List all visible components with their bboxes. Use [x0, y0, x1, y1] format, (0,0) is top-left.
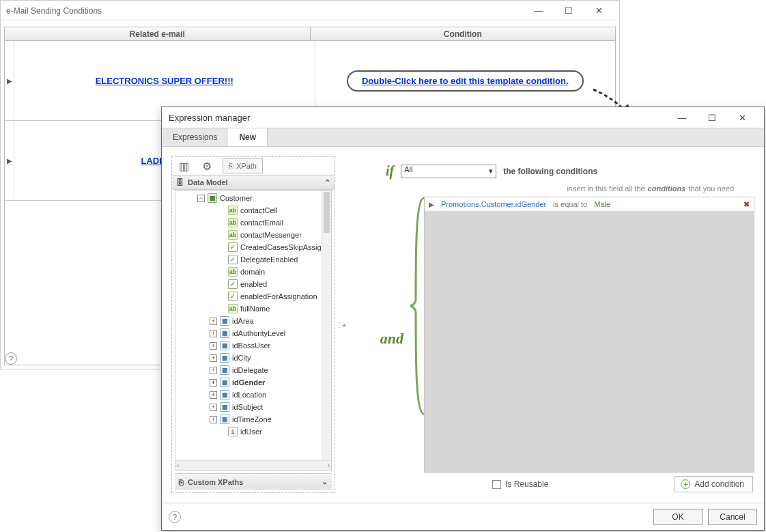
add-condition-button[interactable]: +Add condition [675, 476, 753, 492]
is-reusable-checkbox[interactable]: Is Reusable [492, 479, 548, 489]
tree-node[interactable]: abcontactEmail [175, 216, 331, 229]
ok-button[interactable]: OK [653, 509, 703, 525]
tree-node-label: idUser [240, 428, 262, 436]
custom-xpaths-header[interactable]: ⎘ Custom XPaths ⌄ [175, 473, 332, 490]
condition-operator[interactable]: is equal to [553, 200, 587, 208]
tree-node[interactable]: ✓enabled [175, 278, 331, 290]
expression-manager-window: Expression manager — ☐ ✕ Expressions New… [161, 107, 765, 531]
tree-scrollbar-vertical[interactable] [322, 191, 331, 460]
tree-node[interactable]: ✓enabledForAssignation [175, 290, 331, 303]
tree-node[interactable]: +▦idCity [175, 352, 331, 364]
tree-scrollbar-horizontal[interactable]: ‹› [175, 460, 331, 470]
tree-node[interactable]: abcontactMessenger [175, 229, 331, 241]
tree-node-label: fullName [240, 305, 270, 313]
condition-hint: insert in this field all the conditions … [424, 184, 754, 197]
tree-node-label: idCity [232, 354, 251, 362]
if-following-text: the following conditions [503, 167, 597, 176]
brace-icon [409, 197, 427, 415]
tree-node[interactable]: ✓DelegateEnabled [175, 253, 331, 266]
expr-minimize-button[interactable]: — [667, 107, 697, 128]
expr-tabstrip: Expressions New [162, 128, 764, 147]
expr-help-icon[interactable]: ? [169, 511, 181, 523]
tree-node[interactable]: abfullName [175, 303, 331, 315]
condition-row[interactable]: ▶ Promotions.Customer.idGender is equal … [425, 197, 754, 211]
tree-node-label: idDelegate [232, 366, 268, 374]
num-field-icon: 1 [228, 427, 238, 436]
database-icon: 🗄 [176, 178, 184, 186]
ref-field-icon: ▦ [220, 415, 229, 424]
ref-field-icon: ▦ [220, 328, 229, 338]
tree-node-label: domain [240, 268, 265, 276]
text-field-icon: ab [228, 218, 238, 227]
tree-node[interactable]: +▦idTimeZone [175, 413, 331, 425]
ref-field-icon: ▦ [220, 378, 229, 387]
tree-node-label: DelegateEnabled [240, 255, 298, 264]
email-link-1[interactable]: ELECTRONICS SUPER OFFER!!! [96, 76, 233, 86]
ref-field-icon: ▦ [220, 353, 229, 363]
ref-field-icon: ▦ [220, 365, 229, 375]
data-model-tree[interactable]: −▦Customer abcontactCellabcontactEmailab… [175, 191, 331, 460]
expr-title: Expression manager [169, 113, 250, 123]
tree-node-label: enabledForAssignation [240, 292, 317, 300]
grid-header: Related e-mail Condition [5, 27, 615, 41]
tree-node[interactable]: ✓CreatedCasesSkipAssigR [175, 241, 331, 253]
xpath-button[interactable]: ⎘ XPath [223, 158, 263, 173]
bool-field-icon: ✓ [228, 292, 238, 301]
tree-node[interactable]: +▦idBossUser [175, 339, 331, 352]
tree-node-label: idArea [232, 317, 254, 325]
tab-expressions[interactable]: Expressions [162, 128, 228, 146]
ref-field-icon: ▦ [220, 402, 229, 412]
if-label: if [386, 163, 394, 179]
condition-capsule[interactable]: Double-Click here to edit this template … [347, 70, 584, 92]
tree-node-label: idSubject [232, 403, 263, 411]
tree-node[interactable]: +▦idDelegate [175, 364, 331, 376]
tree-node[interactable]: 1idUser [175, 425, 331, 438]
conditions-list[interactable]: ▶ Promotions.Customer.idGender is equal … [424, 197, 754, 473]
splitter[interactable]: ⋮ ◂ [335, 156, 345, 493]
tab-new[interactable]: New [228, 128, 268, 146]
tree-node[interactable]: +▦idLocation [175, 389, 331, 401]
text-field-icon: ab [228, 267, 238, 277]
col-related-email: Related e-mail [5, 27, 311, 40]
text-field-icon: ab [228, 230, 238, 240]
close-button[interactable]: ✕ [584, 1, 614, 21]
tree-node-customer[interactable]: −▦Customer [175, 192, 331, 204]
tree-node[interactable]: +▦idArea [175, 315, 331, 327]
bool-field-icon: ✓ [228, 255, 238, 264]
tree-node[interactable]: +▦idGender [175, 376, 331, 389]
help-icon[interactable]: ? [5, 352, 17, 365]
row-handle[interactable]: ▶ [5, 41, 14, 120]
chevron-down-icon: ⌄ [322, 477, 328, 486]
tree-node-label: idTimeZone [232, 415, 272, 423]
and-label: and [345, 184, 406, 493]
tree-node-label: idLocation [232, 391, 266, 399]
row-pointer-icon: ▶ [429, 201, 434, 208]
tree-node-label: contactCell [240, 206, 277, 214]
expr-maximize-button[interactable]: ☐ [697, 107, 727, 128]
condition-value[interactable]: Male [594, 200, 610, 208]
minimize-button[interactable]: — [524, 1, 554, 21]
col-condition: Condition [311, 27, 616, 40]
tree-node[interactable]: +▦idAuthorityLevel [175, 327, 331, 339]
tree-node-label: idGender [232, 378, 265, 387]
tree-node-label: CreatedCasesSkipAssigR [240, 243, 327, 251]
tree-node[interactable]: +▦idSubject [175, 401, 331, 413]
condition-path[interactable]: Promotions.Customer.idGender [441, 200, 546, 208]
tree-node[interactable]: abcontactCell [175, 204, 331, 216]
if-scope-select[interactable]: All▾ [401, 165, 496, 178]
source-icon[interactable]: ▥ [176, 158, 191, 173]
expr-close-button[interactable]: ✕ [727, 107, 757, 128]
tree-node[interactable]: abdomain [175, 266, 331, 278]
chevron-up-icon: ⌃ [324, 178, 330, 187]
cancel-button[interactable]: Cancel [708, 509, 757, 525]
row-handle[interactable]: ▶ [5, 121, 14, 200]
data-model-header[interactable]: 🗄 Data Model ⌃ [172, 175, 335, 190]
delete-condition-icon[interactable]: ✖ [743, 200, 750, 209]
tree-node-label: idBossUser [232, 341, 270, 350]
maximize-button[interactable]: ☐ [554, 1, 584, 21]
tree-node-label: idAuthorityLevel [232, 329, 285, 337]
outer-title: e-Mail Sending Conditions [6, 6, 102, 16]
outer-titlebar: e-Mail Sending Conditions — ☐ ✕ [1, 1, 619, 21]
gear-icon[interactable]: ⚙ [199, 158, 214, 173]
xpath-icon: ⎘ [179, 478, 184, 486]
